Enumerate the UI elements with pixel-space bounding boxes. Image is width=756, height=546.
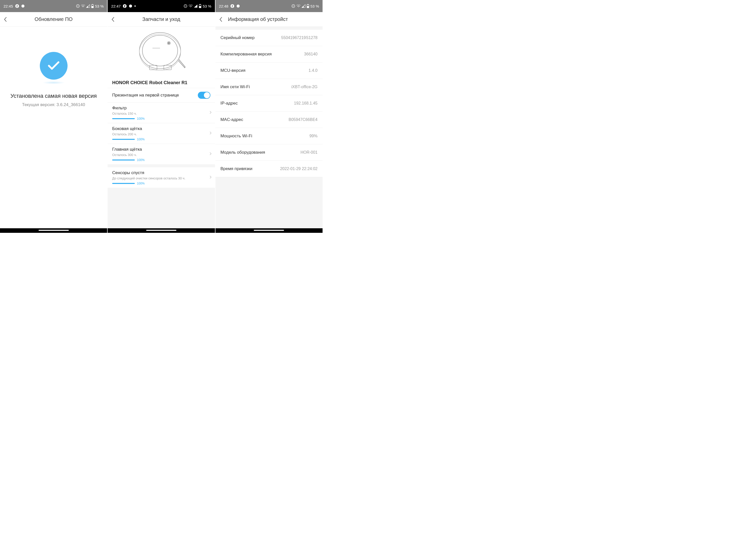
svg-rect-6 bbox=[92, 6, 93, 8]
nav-bar bbox=[108, 228, 215, 233]
info-row-mac: MAC-адрес B05947C66BE4 bbox=[215, 112, 323, 128]
status-time: 22:48 bbox=[219, 4, 229, 8]
chevron-right-icon bbox=[209, 131, 211, 136]
dnd-icon bbox=[76, 4, 80, 8]
part-remaining: Осталось 300 ч. bbox=[112, 153, 210, 157]
status-bar: 22:47 53 % bbox=[108, 0, 215, 12]
success-check-icon bbox=[40, 52, 68, 80]
battery-pct: 53 % bbox=[203, 4, 211, 8]
dot-icon bbox=[21, 4, 25, 8]
chevron-right-icon bbox=[209, 175, 211, 180]
svg-rect-20 bbox=[149, 65, 157, 70]
svg-rect-14 bbox=[199, 6, 201, 8]
info-value: B05947C66BE4 bbox=[289, 117, 318, 122]
screen-device-info: 22:48 53 % Информация об устройст Серийн… bbox=[215, 0, 323, 233]
svg-rect-27 bbox=[307, 4, 308, 5]
facebook-icon bbox=[123, 4, 127, 8]
signal-icon bbox=[302, 4, 305, 8]
info-row-mcu: MCU-версия 1.4.0 bbox=[215, 62, 323, 79]
status-bar: 22:45 53 % bbox=[0, 0, 107, 12]
info-row-model: Модель оборудования HOR-001 bbox=[215, 144, 323, 161]
nav-bar bbox=[0, 228, 107, 233]
info-label: Время привязки bbox=[221, 166, 253, 171]
wifi-icon bbox=[188, 4, 193, 8]
battery-pct: 53 % bbox=[95, 4, 104, 8]
info-label: IP-адрес bbox=[221, 101, 238, 106]
homepage-toggle-row[interactable]: Презентация на первой странице bbox=[108, 88, 215, 102]
page-title: Обновление ПО bbox=[4, 16, 104, 22]
part-row-main-brush[interactable]: Главная щётка Осталось 300 ч. 100% bbox=[108, 144, 215, 164]
part-remaining: Осталось 150 ч. bbox=[112, 112, 210, 115]
info-value: iXBT-office-2G bbox=[291, 85, 318, 89]
back-button[interactable] bbox=[219, 17, 227, 22]
facebook-icon bbox=[230, 4, 234, 8]
wifi-icon bbox=[81, 4, 85, 8]
page-title: Запчасти и уход bbox=[111, 16, 211, 22]
screen-firmware-update: 22:45 53 % Обновление ПО Установлена сам… bbox=[0, 0, 107, 233]
part-remaining: Осталось 200 ч. bbox=[112, 132, 210, 136]
info-row-wifi-name: Имя сети Wi-Fi iXBT-office-2G bbox=[215, 79, 323, 95]
info-row-serial: Серийный номер 55041967219S1278 bbox=[215, 30, 323, 46]
battery-icon bbox=[91, 4, 94, 8]
part-pct: 100% bbox=[137, 158, 145, 162]
dnd-icon bbox=[291, 4, 295, 8]
chevron-right-icon bbox=[209, 152, 211, 156]
status-time: 22:45 bbox=[4, 4, 13, 8]
info-value: 2022-01-29 22:24:02 bbox=[280, 167, 318, 171]
info-value: 1.4.0 bbox=[308, 68, 318, 73]
info-label: MCU-версия bbox=[221, 68, 245, 73]
part-name: Сенсоры спустя bbox=[112, 170, 210, 175]
svg-point-23 bbox=[237, 5, 240, 8]
screen-parts-care: 22:47 53 % Запчасти и уход bbox=[108, 0, 215, 233]
dnd-icon bbox=[183, 4, 187, 8]
part-pct: 100% bbox=[137, 117, 145, 120]
wifi-icon bbox=[296, 4, 301, 8]
part-pct: 100% bbox=[137, 138, 145, 141]
chevron-right-icon bbox=[209, 111, 211, 115]
info-list: Серийный номер 55041967219S1278 Компилир… bbox=[215, 27, 323, 233]
info-row-compiled: Компилированная версия 366140 bbox=[215, 46, 323, 62]
info-label: Имя сети Wi-Fi bbox=[221, 84, 250, 89]
info-value: 55041967219S1278 bbox=[281, 36, 318, 40]
battery-icon bbox=[306, 4, 309, 8]
nav-bar bbox=[215, 228, 323, 233]
small-dot-icon bbox=[134, 5, 136, 7]
nav-header: Запчасти и уход bbox=[108, 12, 215, 27]
info-value: HOR-001 bbox=[300, 150, 318, 155]
battery-pct: 53 % bbox=[310, 4, 319, 8]
signal-icon bbox=[194, 4, 198, 8]
info-value: 99% bbox=[309, 134, 318, 138]
dot-icon bbox=[129, 4, 132, 8]
info-value: 192.168.1.45 bbox=[294, 101, 318, 106]
signal-icon bbox=[86, 4, 90, 8]
nav-header: Обновление ПО bbox=[0, 12, 107, 27]
info-label: Компилированная версия bbox=[221, 52, 272, 57]
svg-rect-28 bbox=[307, 6, 309, 8]
nav-header: Информация об устройст bbox=[215, 12, 323, 27]
svg-point-1 bbox=[21, 5, 24, 8]
info-row-bind-time: Время привязки 2022-01-29 22:24:02 bbox=[215, 161, 323, 177]
svg-point-8 bbox=[129, 5, 132, 8]
svg-point-9 bbox=[134, 6, 136, 7]
info-value: 366140 bbox=[304, 52, 318, 56]
facebook-icon bbox=[15, 4, 19, 8]
current-version: Текущая версия: 3.6.24_366140 bbox=[22, 102, 85, 107]
part-row-side-brush[interactable]: Боковая щётка Осталось 200 ч. 100% bbox=[108, 123, 215, 144]
info-label: Мощность Wi-Fi bbox=[221, 134, 252, 139]
svg-rect-13 bbox=[200, 4, 201, 5]
part-name: Боковая щётка bbox=[112, 126, 210, 131]
info-row-ip: IP-адрес 192.168.1.45 bbox=[215, 95, 323, 112]
svg-rect-5 bbox=[92, 4, 93, 5]
svg-point-17 bbox=[139, 34, 181, 70]
part-row-filter[interactable]: Фильтр Осталось 150 ч. 100% bbox=[108, 102, 215, 123]
svg-point-15 bbox=[139, 33, 181, 69]
toggle-switch[interactable] bbox=[198, 92, 210, 99]
update-content: Установлена самая новая версия Текущая в… bbox=[0, 27, 107, 233]
update-headline: Установлена самая новая версия bbox=[5, 92, 102, 100]
part-row-sensors[interactable]: Сенсоры спустя До следующей очистки сенс… bbox=[108, 167, 215, 188]
svg-point-16 bbox=[142, 35, 178, 66]
status-bar: 22:48 53 % bbox=[215, 0, 323, 12]
info-label: Серийный номер bbox=[221, 35, 255, 40]
page-title: Информация об устройст bbox=[228, 16, 319, 22]
battery-icon bbox=[199, 4, 202, 8]
